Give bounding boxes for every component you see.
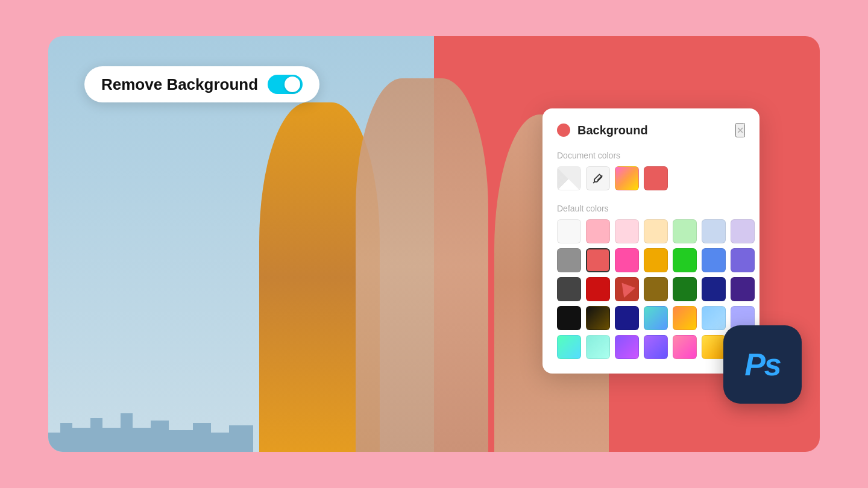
doc-colors-label: Document colors	[557, 151, 745, 160]
figure-center	[356, 78, 488, 452]
panel-dot	[557, 124, 570, 137]
panel-title: Background	[577, 124, 648, 137]
swatch-dark-green[interactable]	[673, 277, 697, 301]
swatch-black[interactable]	[557, 306, 581, 330]
swatch-green[interactable]	[673, 248, 697, 272]
swatch-purple-mid[interactable]	[731, 248, 755, 272]
panel-title-group: Background	[557, 124, 648, 137]
swatch-red[interactable]	[644, 166, 668, 190]
default-colors-label: Default colors	[557, 204, 745, 213]
cursor-overlay	[615, 278, 638, 301]
swatch-white[interactable]	[557, 219, 581, 243]
doc-colors-row	[557, 166, 745, 190]
swatch-orange[interactable]	[644, 248, 668, 272]
swatch-violet-grad[interactable]	[644, 335, 668, 359]
swatch-mint-grad[interactable]	[557, 335, 581, 359]
swatch-blue-light[interactable]	[702, 219, 726, 243]
swatch-lavender[interactable]	[731, 219, 755, 243]
swatch-cursor	[615, 277, 639, 301]
swatch-dark-blue[interactable]	[615, 306, 639, 330]
panel-close-button[interactable]: ×	[735, 123, 745, 137]
swatch-teal-light[interactable]	[586, 335, 610, 359]
swatch-gray[interactable]	[557, 248, 581, 272]
default-colors-section: Default colors	[557, 204, 745, 359]
swatch-coral[interactable]	[586, 248, 610, 272]
swatch-rainbow[interactable]	[615, 166, 639, 190]
swatch-dark-purple[interactable]	[731, 277, 755, 301]
swatch-orange-grad[interactable]	[673, 306, 697, 330]
toggle-switch[interactable]	[268, 75, 303, 94]
swatch-navy[interactable]	[702, 277, 726, 301]
ps-badge: Ps	[723, 325, 802, 404]
swatch-yellow-grad[interactable]	[702, 335, 726, 359]
swatch-red-dark[interactable]	[586, 277, 610, 301]
swatch-pink-grad[interactable]	[673, 335, 697, 359]
doc-colors-section: Document colors	[557, 151, 745, 190]
swatch-blue-mid[interactable]	[702, 248, 726, 272]
toggle-label: Remove Background	[101, 75, 258, 94]
default-colors-grid	[557, 219, 745, 359]
ps-text: Ps	[744, 346, 781, 383]
swatch-teal-grad[interactable]	[644, 306, 668, 330]
eyedropper-icon	[592, 172, 604, 184]
swatch-purple-grad[interactable]	[615, 335, 639, 359]
swatch-green-light[interactable]	[673, 219, 697, 243]
swatch-sky-grad[interactable]	[702, 306, 726, 330]
swatch-peach[interactable]	[644, 219, 668, 243]
swatch-eyedropper[interactable]	[586, 166, 610, 190]
swatch-pink-lighter[interactable]	[615, 219, 639, 243]
swatch-hot-pink[interactable]	[615, 248, 639, 272]
remove-bg-toggle[interactable]: Remove Background	[84, 66, 319, 102]
swatch-transparent[interactable]	[557, 166, 581, 190]
panel-header: Background ×	[557, 123, 745, 137]
swatch-gradient-dark[interactable]	[586, 306, 610, 330]
swatch-dark-gray[interactable]	[557, 277, 581, 301]
cursor-arrow	[617, 283, 635, 301]
swatch-brown[interactable]	[644, 277, 668, 301]
swatch-pink-light[interactable]	[586, 219, 610, 243]
main-card: Remove Background Background × Document …	[48, 36, 820, 452]
